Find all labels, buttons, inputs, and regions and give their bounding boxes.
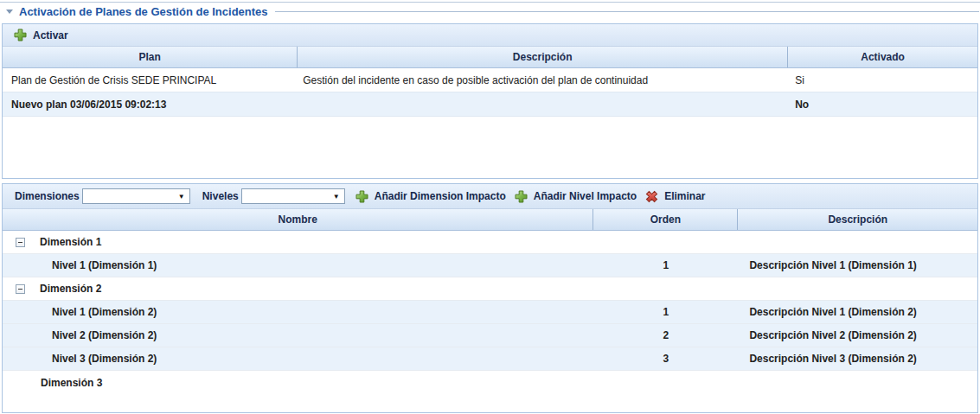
- niveles-select[interactable]: ▼: [241, 188, 345, 204]
- activado-cell: No: [788, 99, 977, 111]
- level-name: Nivel 1 (Dimensión 1): [52, 259, 157, 271]
- dimensions-panel: Dimensiones ▼ Niveles ▼ Añadir Dimension…: [2, 183, 978, 413]
- eliminar-button[interactable]: Eliminar: [645, 190, 705, 203]
- column-header-plan[interactable]: Plan: [3, 47, 298, 67]
- column-header-descripcion[interactable]: Descripción: [298, 47, 788, 67]
- tree-row-dimension-3[interactable]: Dimensión 3: [3, 371, 977, 394]
- column-header-descripcion[interactable]: Descripción: [738, 209, 977, 230]
- collapse-panel-arrow-icon[interactable]: [6, 10, 13, 14]
- activar-button[interactable]: Activar: [14, 29, 68, 41]
- add-nivel-impacto-label: Añadir Nivel Impacto: [534, 190, 637, 202]
- descripcion-cell: Gestión del incidente en caso de posible…: [298, 74, 788, 86]
- tree-row-nivel-2-dim-2[interactable]: Nivel 2 (Dimensión 2) 2 Descripción Nive…: [3, 324, 977, 347]
- plans-toolbar: Activar: [3, 24, 977, 47]
- green-plus-icon: [515, 190, 528, 203]
- red-x-icon: [645, 190, 658, 203]
- dimension-name: Dimensión 3: [41, 377, 102, 389]
- page-title: Activación de Planes de Gestión de Incid…: [19, 5, 268, 18]
- orden-cell: 3: [593, 353, 738, 365]
- dimensiones-label: Dimensiones: [15, 190, 80, 202]
- descripcion-cell: Descripción Nivel 1 (Dimensión 2): [738, 306, 977, 318]
- plan-cell: Nuevo plan 03/06/2015 09:02:13: [3, 99, 298, 111]
- fieldset-header: Activación de Planes de Gestión de Incid…: [0, 3, 980, 21]
- dimension-name: Dimensión 2: [40, 283, 101, 295]
- plan-cell: Plan de Gestión de Crisis SEDE PRINCIPAL: [3, 74, 298, 86]
- add-dimension-impacto-label: Añadir Dimension Impacto: [375, 190, 506, 202]
- tree-collapse-minus-icon[interactable]: [16, 284, 25, 294]
- table-row-plan-1[interactable]: Plan de Gestión de Crisis SEDE PRINCIPAL…: [3, 68, 977, 92]
- add-nivel-impacto-button[interactable]: Añadir Nivel Impacto: [515, 190, 637, 203]
- nombre-cell: Dimensión 1: [3, 236, 593, 248]
- level-name: Nivel 2 (Dimensión 2): [52, 329, 157, 341]
- chevron-down-icon: ▼: [333, 193, 344, 201]
- activado-cell: Si: [788, 74, 977, 86]
- dimensions-toolbar: Dimensiones ▼ Niveles ▼ Añadir Dimension…: [3, 184, 977, 209]
- green-plus-icon: [355, 190, 368, 203]
- nombre-cell: Nivel 1 (Dimensión 1): [3, 259, 593, 271]
- level-name: Nivel 3 (Dimensión 2): [52, 353, 157, 365]
- descripcion-cell: Descripción Nivel 2 (Dimensión 2): [738, 329, 977, 341]
- tree-row-dimension-2[interactable]: Dimensión 2: [3, 277, 977, 301]
- nombre-cell: Nivel 1 (Dimensión 2): [3, 306, 593, 318]
- chevron-down-icon: ▼: [178, 193, 189, 201]
- nombre-cell: Dimensión 2: [3, 283, 593, 295]
- tree-row-nivel-1-dim-2[interactable]: Nivel 1 (Dimensión 2) 1 Descripción Nive…: [3, 301, 977, 324]
- dimensiones-select[interactable]: ▼: [82, 188, 190, 204]
- activar-button-label: Activar: [33, 29, 68, 41]
- orden-cell: 1: [593, 306, 738, 318]
- tree-row-nivel-1-dim-1[interactable]: Nivel 1 (Dimensión 1) 1 Descripción Nive…: [3, 254, 977, 277]
- column-header-nombre[interactable]: Nombre: [3, 209, 593, 230]
- level-name: Nivel 1 (Dimensión 2): [52, 306, 157, 318]
- eliminar-button-label: Eliminar: [664, 190, 705, 202]
- tree-collapse-minus-icon[interactable]: [16, 238, 25, 247]
- plans-panel: Activar Plan Descripción Activado Plan d…: [2, 23, 978, 179]
- nombre-cell: Nivel 3 (Dimensión 2): [3, 353, 593, 365]
- fieldset-legend-line: [275, 11, 979, 12]
- orden-cell: 2: [593, 329, 738, 341]
- tree-row-nivel-3-dim-2[interactable]: Nivel 3 (Dimensión 2) 3 Descripción Nive…: [3, 347, 977, 371]
- column-header-orden[interactable]: Orden: [593, 209, 738, 230]
- add-dimension-impacto-button[interactable]: Añadir Dimension Impacto: [355, 190, 506, 203]
- plans-grid-header: Plan Descripción Activado: [3, 47, 977, 68]
- nombre-cell: Nivel 2 (Dimensión 2): [3, 329, 593, 341]
- orden-cell: 1: [593, 259, 738, 271]
- green-plus-icon: [14, 29, 27, 41]
- dimensions-grid-header: Nombre Orden Descripción: [3, 209, 977, 231]
- table-row-plan-2[interactable]: Nuevo plan 03/06/2015 09:02:13 No: [3, 92, 977, 117]
- dimension-name: Dimensión 1: [40, 236, 101, 248]
- column-header-activado[interactable]: Activado: [788, 47, 977, 67]
- tree-row-dimension-1[interactable]: Dimensión 1: [3, 231, 977, 254]
- descripcion-cell: Descripción Nivel 3 (Dimensión 2): [738, 353, 977, 365]
- nombre-cell: Dimensión 3: [3, 377, 593, 389]
- niveles-label: Niveles: [202, 190, 239, 202]
- descripcion-cell: Descripción Nivel 1 (Dimensión 1): [738, 259, 977, 271]
